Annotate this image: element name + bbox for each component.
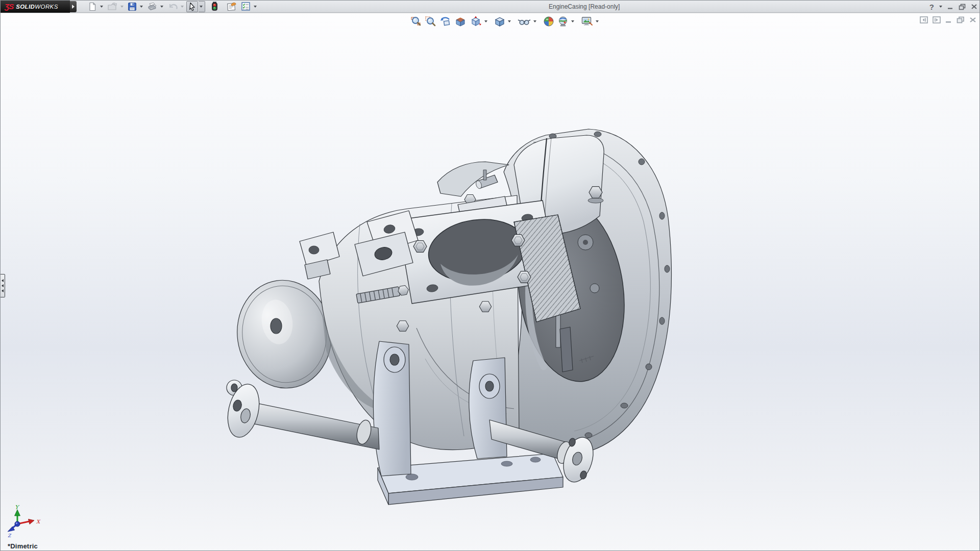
help-button[interactable]: ? — [929, 1, 934, 13]
close-button[interactable] — [971, 1, 977, 13]
view-orientation-label: *Dimetric — [8, 542, 38, 550]
save-dropdown[interactable] — [140, 6, 143, 8]
open-icon — [107, 2, 117, 11]
menu-flyout-icon — [72, 5, 75, 9]
new-document-icon — [88, 2, 97, 11]
stoplight-button[interactable] — [210, 1, 219, 12]
close-icon — [971, 4, 977, 10]
undo-button[interactable] — [166, 1, 179, 12]
minimize-icon — [947, 4, 953, 10]
triad-icon: Y X Z — [4, 505, 46, 541]
brand-name-bold: SOLID — [16, 4, 35, 10]
save-icon — [128, 2, 137, 11]
triad-y-label: Y — [15, 505, 20, 511]
brand-name-regular: WORKS — [35, 4, 58, 10]
window-title: EngineCasing [Read-only] — [549, 3, 620, 10]
select-tool-dropdown[interactable] — [199, 1, 205, 12]
graphics-viewport[interactable]: Y X Z *Dimetric — [1, 13, 980, 551]
brand-swoosh-icon: ƷS — [5, 2, 13, 11]
brand-name: SOLIDWORKS — [16, 4, 58, 10]
select-cursor-icon — [188, 2, 197, 11]
design-checker-dropdown[interactable] — [254, 6, 257, 8]
new-document-dropdown[interactable] — [100, 6, 103, 8]
triad-z-label: Z — [8, 533, 12, 538]
comment-button[interactable] — [225, 1, 238, 12]
title-bar: ƷS SOLIDWORKS — [1, 1, 980, 13]
minimize-button[interactable] — [947, 1, 953, 13]
restore-button[interactable] — [959, 1, 966, 13]
open-dropdown[interactable] — [120, 6, 124, 8]
model-geometry — [223, 129, 672, 505]
help-dropdown[interactable] — [939, 6, 942, 8]
undo-icon — [167, 2, 178, 11]
print-dropdown[interactable] — [160, 6, 163, 8]
design-checker-icon — [241, 2, 251, 11]
new-document-button[interactable] — [86, 1, 99, 12]
stoplight-icon — [211, 2, 218, 11]
comment-icon — [226, 2, 237, 11]
menu-flyout-button[interactable] — [70, 1, 77, 12]
restore-icon — [959, 4, 966, 10]
triad-x-label: X — [36, 519, 41, 524]
print-icon — [147, 2, 157, 11]
solidworks-logo: ƷS SOLIDWORKS — [1, 1, 70, 13]
save-button[interactable] — [126, 1, 138, 12]
design-checker-button[interactable] — [239, 1, 252, 12]
print-button[interactable] — [145, 1, 159, 12]
open-button[interactable] — [106, 1, 119, 12]
select-tool-dropdown-icon — [200, 6, 203, 8]
select-tool-button[interactable] — [186, 1, 198, 12]
undo-dropdown[interactable] — [181, 6, 184, 8]
engine-casing-model[interactable] — [1, 14, 980, 551]
titlebar-window-controls: ? — [929, 1, 977, 13]
